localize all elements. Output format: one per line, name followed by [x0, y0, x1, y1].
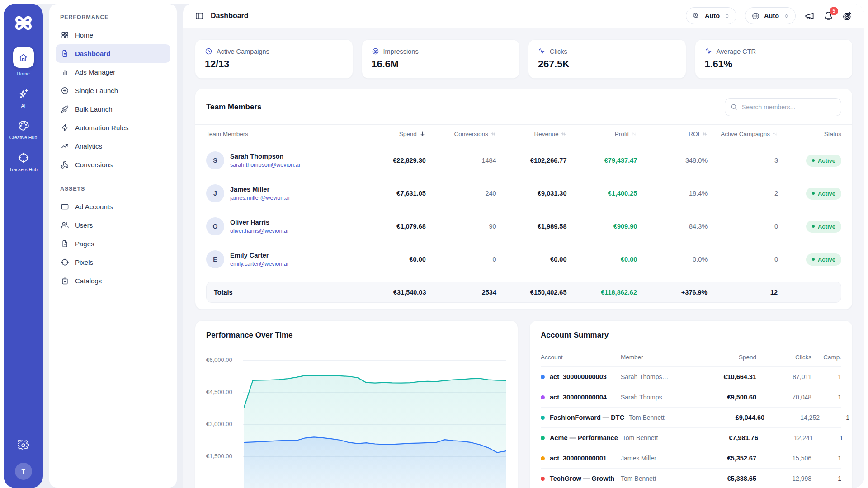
crosshair-icon	[61, 258, 69, 267]
sidebar-item-analytics[interactable]: Analytics	[56, 137, 170, 155]
megaphone-icon[interactable]	[804, 11, 815, 21]
stats-row: Active Campaigns12/13Impressions16.6MCli…	[195, 39, 853, 79]
stat-value: 12/13	[205, 58, 343, 70]
account-summary-panel: Account Summary AccountMemberSpendClicks…	[529, 320, 853, 488]
divider	[195, 347, 518, 347]
search-members-input[interactable]	[725, 98, 841, 116]
member-email-link[interactable]: emily.carter@wevion.ai	[230, 261, 288, 267]
revenue-cell: €0.00	[502, 256, 567, 263]
rail-item-label: AI	[8, 103, 39, 109]
app-logo-icon[interactable]	[13, 13, 34, 33]
sidebar-item-label: Ads Manager	[75, 68, 115, 76]
team-members-panel: Team Members Team MembersSpendConversion…	[195, 89, 853, 310]
cursor-click-icon	[538, 47, 546, 55]
totals-label: Totals	[207, 289, 356, 296]
column-header-profit[interactable]: Profit	[572, 131, 637, 137]
column-label: Team Members	[206, 131, 248, 137]
sidebar-item-users[interactable]: Users	[56, 216, 170, 235]
column-header-active-campaigns[interactable]: Active Campaigns	[713, 131, 778, 137]
sidebar-item-bulk-launch[interactable]: Bulk Launch	[56, 100, 170, 118]
totals-campaigns: 12	[713, 289, 778, 296]
sidebar-item-home[interactable]: Home	[56, 26, 170, 44]
account-member: Tom Bennett	[621, 475, 689, 482]
account-row: Acme — PerformanceTom Bennett€7,981.7612…	[541, 428, 841, 448]
account-member: Sarah Thomps…	[621, 394, 689, 401]
impressions-icon	[372, 47, 379, 55]
sidebar-item-dashboard[interactable]: Dashboard	[56, 44, 170, 63]
users-icon	[61, 221, 69, 230]
roi-cell: 84.3%	[642, 223, 708, 230]
selector-pill-1[interactable]: Auto	[686, 7, 736, 24]
sidebar-item-catalogs[interactable]: Catalogs	[56, 272, 170, 290]
webhook-icon	[61, 160, 69, 169]
account-spend: €5,338.65	[694, 475, 756, 482]
sidebar-item-label: Catalogs	[75, 277, 102, 285]
conversions-cell: 1484	[431, 157, 496, 164]
status-badge: Active	[806, 188, 841, 200]
campaigns-cell: 0	[713, 256, 778, 263]
sidebar-item-ad-accounts[interactable]: Ad Accounts	[56, 197, 170, 216]
column-header-conversions[interactable]: Conversions	[431, 131, 496, 137]
rail-item-label: Trackers Hub	[8, 167, 39, 173]
topbar-left: Dashboard	[195, 11, 249, 20]
user-avatar[interactable]: T	[15, 463, 32, 480]
rail-item-ai[interactable]: AI	[8, 88, 39, 109]
status-badge: Active	[806, 155, 841, 167]
team-member-row: OOliver Harrisoliver.harris@wevion.ai€1,…	[206, 210, 841, 243]
sidebar-item-conversions[interactable]: Conversions	[56, 155, 170, 174]
member-email-link[interactable]: james.miller@wevion.ai	[230, 195, 289, 201]
chevron-updown-icon	[783, 13, 790, 19]
account-clicks: 12,241	[763, 434, 813, 441]
sidebar-item-automation-rules[interactable]: Automation Rules	[56, 118, 170, 137]
performance-chart-panel: Performance Over Time €6,000.00€4,500.00…	[195, 320, 518, 488]
main-area: Dashboard AutoAuto5 Active Campaigns12/1…	[183, 4, 864, 488]
account-name: Acme — Performance	[550, 434, 618, 441]
member-name: James Miller	[230, 186, 289, 193]
account-clicks: 70,048	[761, 394, 811, 401]
account-cell: act_300000000001	[541, 455, 616, 462]
member-email-link[interactable]: oliver.harris@wevion.ai	[230, 228, 288, 234]
account-spend: €10,664.31	[694, 373, 756, 380]
column-header-spend[interactable]: Spend	[361, 131, 426, 137]
account-cell: act_300000000004	[541, 394, 616, 401]
campaigns-cell: 0	[713, 223, 778, 230]
performance-chart: €6,000.00€4,500.00€3,000.00€1,500.00	[206, 354, 507, 488]
topbar-right: AutoAuto5	[686, 7, 853, 24]
team-panel-header: Team Members	[195, 89, 852, 124]
account-member: James Miller	[621, 455, 689, 462]
account-color-dot	[541, 456, 545, 460]
selector-pill-2[interactable]: Auto	[745, 7, 796, 24]
account-row: TechGrow — GrowthTom Bennett€5,338.6512,…	[541, 469, 841, 488]
roi-cell: 348.0%	[642, 157, 708, 164]
team-member-row: EEmily Carteremily.carter@wevion.ai€0.00…	[206, 243, 841, 276]
status-badge: Active	[806, 253, 841, 266]
account-cell: FashionForward — DTC	[541, 414, 624, 421]
sidebar-item-pixels[interactable]: Pixels	[56, 253, 170, 272]
settings-gear-icon[interactable]	[18, 440, 29, 451]
account-name: FashionForward — DTC	[550, 414, 624, 421]
sidebar-item-pages[interactable]: Pages	[56, 235, 170, 253]
sidebar-item-ads-manager[interactable]: Ads Manager	[56, 63, 170, 81]
accounts-column-clicks: Clicks	[761, 354, 811, 361]
account-name: act_300000000004	[550, 394, 607, 401]
chart-area-spend	[244, 437, 506, 488]
darts-target-icon[interactable]	[842, 11, 853, 21]
column-header-revenue[interactable]: Revenue	[502, 131, 567, 137]
page-title: Dashboard	[211, 12, 249, 20]
notifications-button[interactable]: 5	[823, 11, 834, 21]
column-header-roi[interactable]: ROI	[642, 131, 708, 137]
rail-item-trackers-hub[interactable]: Trackers Hub	[8, 152, 39, 173]
member-name: Sarah Thompson	[230, 153, 300, 160]
rail-item-creative-hub[interactable]: Creative Hub	[8, 120, 39, 141]
palette-icon	[18, 120, 29, 131]
member-email-link[interactable]: sarah.thompson@wevion.ai	[230, 162, 300, 168]
sidebar-section-performance: PERFORMANCEHomeDashboardAds ManagerSingl…	[56, 14, 170, 174]
sidebar-item-single-launch[interactable]: Single Launch	[56, 81, 170, 100]
member-cell: OOliver Harrisoliver.harris@wevion.ai	[206, 217, 355, 235]
stat-value: 1.61%	[705, 58, 843, 70]
sidebar-toggle-icon[interactable]	[195, 11, 204, 20]
sort-icon	[702, 131, 708, 137]
account-spend: €7,981.76	[696, 434, 758, 441]
rail-item-home[interactable]: Home	[8, 47, 39, 77]
profit-cell: €1,400.25	[572, 190, 637, 197]
